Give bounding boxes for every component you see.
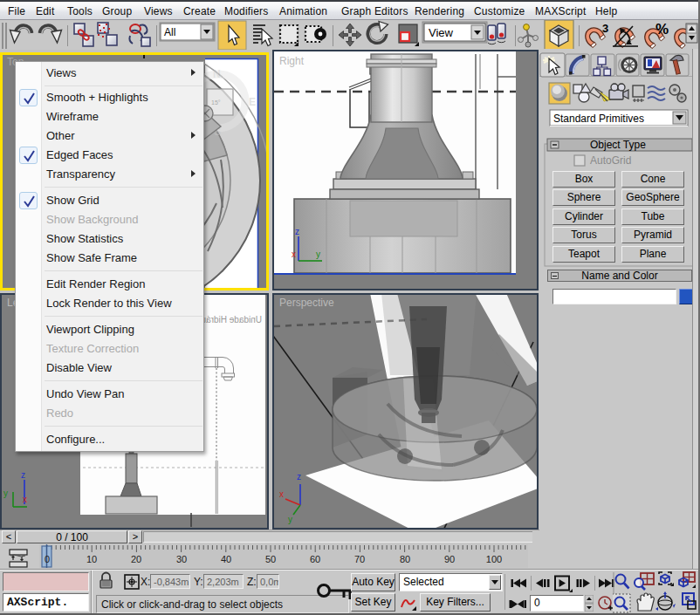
svg-text:x: x — [279, 489, 284, 499]
svg-text:Y:: Y: — [194, 576, 203, 588]
svg-text:x: x — [292, 249, 296, 259]
svg-text:x: x — [23, 495, 27, 504]
svg-text:E: E — [249, 96, 256, 108]
svg-text:AutoGrid: AutoGrid — [590, 154, 631, 167]
svg-text:y: y — [3, 489, 8, 498]
svg-text:All: All — [164, 26, 175, 38]
svg-text:X:: X: — [141, 576, 150, 588]
svg-text:y: y — [288, 515, 292, 524]
svg-text:Z:: Z: — [247, 576, 257, 588]
svg-text:Standard Primitives: Standard Primitives — [553, 113, 644, 125]
svg-text:z: z — [295, 227, 299, 236]
svg-text:z: z — [297, 472, 301, 482]
svg-text:Object Type: Object Type — [590, 139, 646, 151]
svg-text:3: 3 — [602, 22, 608, 35]
svg-text:N: N — [213, 68, 221, 80]
svg-text:y: y — [316, 249, 320, 259]
svg-text:z: z — [21, 470, 25, 480]
svg-text:%: % — [655, 21, 669, 38]
svg-text:Right: Right — [279, 55, 305, 67]
svg-text:15°: 15° — [211, 99, 221, 106]
svg-text:View: View — [429, 26, 454, 39]
svg-text:Perspective: Perspective — [279, 297, 334, 309]
